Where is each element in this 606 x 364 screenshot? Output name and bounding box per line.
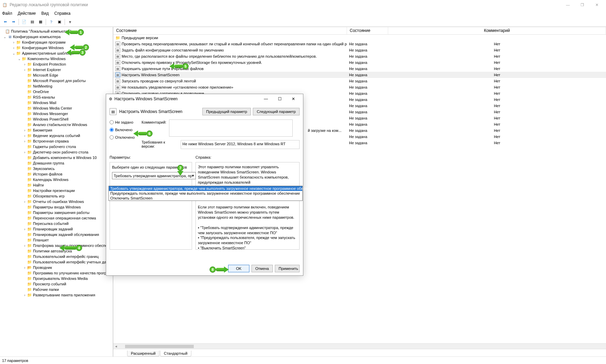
tree-item[interactable]: ›📁Ведение журнала событий [0,133,113,138]
close-button[interactable]: ✕ [590,0,604,10]
tree-item[interactable]: 📁OneDrive [0,89,113,94]
expander-icon[interactable]: ⌄ [3,35,7,39]
tree-item[interactable]: 📁Windows Mail [0,100,113,105]
expander-icon[interactable]: › [23,134,27,138]
list-row[interactable]: ▤Проверить перед перенаправлением, указы… [113,41,606,47]
tree-item[interactable]: 📁Пересылка событий [0,221,113,226]
tree-item[interactable]: ›📁Развертывание пакета приложения [0,292,113,298]
tab-standard[interactable]: Стандартный [160,351,191,356]
ok-button[interactable]: OK [228,265,249,272]
tree-item[interactable]: 📁Планировщик заданий обслуживания [0,232,113,237]
tree-item[interactable]: 📁Проигрыватель Windows Media [0,276,113,281]
expander-icon[interactable]: ⌄ [17,57,21,61]
tree-item[interactable]: 📁Переносная операционная система [0,215,113,221]
tree-item[interactable]: ›📁Диспетчер окон рабочего стола [0,149,113,155]
radio-disabled[interactable]: Отключено [110,135,135,139]
comment-textarea[interactable] [169,120,293,137]
expander-icon[interactable]: › [23,139,27,143]
expander-icon[interactable]: › [23,244,27,248]
tree-item[interactable]: 📁Политики автозапуска [0,248,113,254]
list-row[interactable]: ▤Место, где располагаются все файлы опре… [113,53,606,59]
tree-item[interactable]: 📁Windows PowerShell [0,116,113,122]
tree-root[interactable]: 📋 Политика "Локальный компьютер" [0,29,113,34]
combo-option[interactable]: Требовать утверждения администратора, пр… [109,186,302,191]
tree-item[interactable]: 📁Microsoft Passport для работы [0,78,113,83]
tree-item[interactable]: 📁Домашняя группа [0,160,113,166]
details-icon[interactable]: ▦ [37,18,44,26]
tree-computer-config[interactable]: ⌄ 🖥 Конфигурация компьютера [0,34,113,39]
expander-icon[interactable]: › [23,68,27,72]
radio-not-set[interactable]: Не задано [110,120,135,124]
expander-icon[interactable]: › [12,41,16,44]
tree-item[interactable]: ›📁Отчеты об ошибках Windows [0,199,113,204]
tree-item[interactable]: 📁Гаджеты рабочего стола [0,144,113,149]
tree-admin-templates[interactable]: ⌄ 📁 Административные шаблоны [0,50,113,56]
expander-icon[interactable]: › [23,128,27,132]
expander-icon[interactable]: › [23,266,27,270]
tree-item[interactable]: 📁Windows Media Center [0,105,113,111]
tree-item[interactable]: 📁Параметры завершения работы [0,210,113,215]
menu-help[interactable]: Справка [54,11,70,16]
tree-item[interactable]: ›📁Встроенная справка [0,138,113,144]
options-icon[interactable]: ▣ [56,18,63,26]
tree-item[interactable]: 📁Календарь Windows [0,177,113,182]
tree-item[interactable]: 📁История файлов [0,171,113,177]
list-row[interactable]: ▤Настроить Windows SmartScreenНе заданаН… [113,72,606,78]
tree-item[interactable]: 📁Добавить компоненты в Windows 10 [0,155,113,160]
tree-item[interactable]: ›📁Планировщик заданий [0,226,113,232]
tree-item[interactable]: 📁Параметры входа Windows [0,204,113,210]
help-icon[interactable]: ? [47,18,55,26]
tree-item[interactable]: ›📁Биометрия [0,127,113,133]
tree-item[interactable]: 📁Microsoft Edge [0,72,113,78]
radio-enabled[interactable]: Включено [110,128,135,132]
tree-item[interactable]: ›📁Endpoint Protection [0,61,113,67]
tab-extended[interactable]: Расширенный [127,351,159,356]
expander-icon[interactable]: › [23,227,27,231]
tree-item[interactable]: 📁Программа по улучшению качества прогр [0,270,113,276]
tree-item[interactable]: 📁Обозреватель игр [0,193,113,199]
forward-button[interactable]: ➡ [10,18,17,26]
list-icon[interactable]: ▤ [29,18,36,26]
menu-file[interactable]: Файл [2,11,12,16]
dialog-minimize-button[interactable]: — [259,94,273,103]
minimize-button[interactable]: — [561,0,575,10]
tree-item[interactable]: 📁Планшет [0,237,113,243]
tree-windows-config[interactable]: › 📁 Конфигурация Windows [0,45,113,50]
up-button[interactable]: 📄 [20,18,28,26]
expander-icon[interactable]: › [12,46,16,50]
dialog-maximize-button[interactable]: ☐ [273,94,287,103]
tree-item[interactable]: 📁Найти [0,182,113,188]
tree-item[interactable]: ›📂Проводник [0,265,113,270]
tree-item[interactable]: 📁Windows Messenger [0,111,113,116]
tree-item[interactable]: 📁NetMeeting [0,83,113,89]
combo-option[interactable]: Отключить SmartScreen [109,196,302,201]
tree-item[interactable]: 📁Звукозапись [0,166,113,171]
filter-icon[interactable]: ▼ [66,18,74,26]
menu-view[interactable]: Вид [41,11,49,16]
tree-item[interactable]: 📁Рабочие папки [0,287,113,292]
combo-option[interactable]: Предупреждать пользователя, прежде чем в… [109,191,302,196]
list-row[interactable]: ▤Запускать проводник со свернутой лентой… [113,78,606,84]
expander-icon[interactable]: › [23,62,27,66]
tree-item[interactable]: 📁Анализ стабильности Windows [0,122,113,127]
tree-item[interactable]: ›📁Платформа защиты программного обеспеч [0,243,113,248]
expander-icon[interactable]: › [23,200,27,204]
expander-icon[interactable]: › [23,150,27,154]
column-name[interactable]: Состояние [113,27,347,34]
cancel-button[interactable]: Отмена [251,265,273,272]
back-button[interactable]: ⬅ [1,18,9,26]
tree-windows-components[interactable]: ⌄ 📁 Компоненты Windows [0,56,113,61]
list-row[interactable]: ▤Не показывать уведомление «установлено … [113,84,606,90]
tree-item[interactable]: 📁RSS-каналы [0,94,113,100]
tree-item[interactable]: 📁Пользовательский интерфейс учетных данн [0,259,113,265]
maximize-button[interactable]: ❐ [575,0,590,10]
next-setting-button[interactable]: Следующий параметр [253,108,300,115]
column-comment[interactable]: Комментарий [388,27,606,34]
help-text-box[interactable]: Этот параметр политики позволяет управля… [195,162,300,250]
combobox-dropdown[interactable]: Требовать утверждения администратора, пр… [109,186,303,201]
tree-item[interactable]: 📁Настройки презентации [0,188,113,193]
menu-action[interactable]: Действие [18,11,36,16]
expander-icon[interactable]: › [23,293,27,297]
list-row[interactable]: 📁Предыдущие версии [113,35,606,41]
dialog-close-button[interactable]: ✕ [287,94,300,103]
